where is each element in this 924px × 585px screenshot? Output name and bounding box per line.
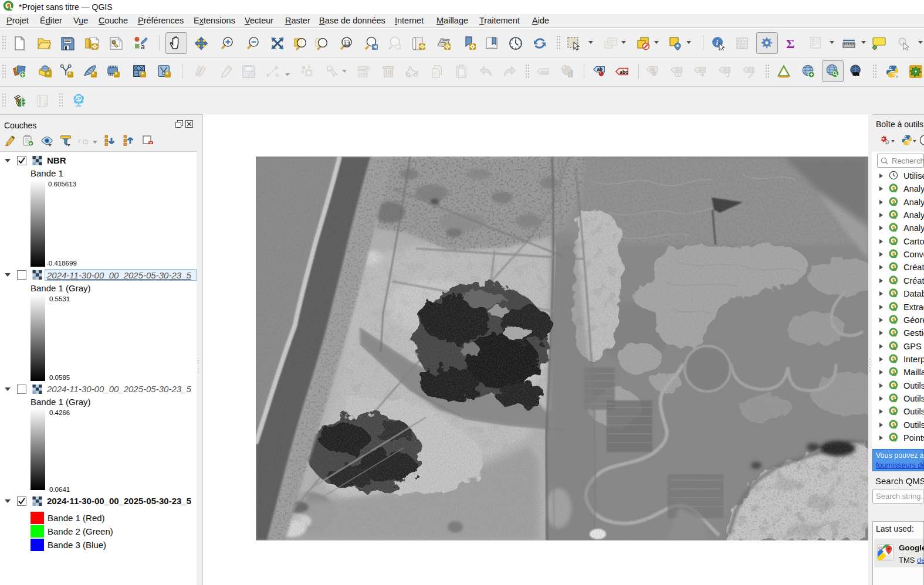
svg-text:*: * bbox=[47, 71, 50, 78]
svg-text:abc: abc bbox=[540, 69, 548, 75]
svg-text:ab: ab bbox=[649, 66, 655, 72]
svg-text:Σ: Σ bbox=[786, 36, 794, 50]
svg-text:>: > bbox=[896, 74, 898, 79]
svg-text:abc: abc bbox=[746, 67, 754, 73]
svg-text:abc: abc bbox=[620, 69, 628, 75]
svg-text:*: * bbox=[141, 71, 144, 78]
svg-text:*: * bbox=[69, 71, 72, 78]
svg-text:ε: ε bbox=[78, 136, 82, 145]
svg-text:G: G bbox=[879, 546, 882, 550]
svg-text:*: * bbox=[92, 71, 95, 78]
svg-text:i: i bbox=[716, 38, 719, 47]
svg-text:*: * bbox=[166, 71, 169, 78]
svg-text:abc: abc bbox=[698, 67, 705, 73]
svg-text:ab: ab bbox=[597, 66, 603, 72]
svg-text:abc: abc bbox=[722, 67, 730, 73]
svg-text:*: * bbox=[115, 71, 118, 78]
svg-text:abc: abc bbox=[674, 67, 682, 73]
svg-text:1:1: 1:1 bbox=[344, 41, 350, 45]
